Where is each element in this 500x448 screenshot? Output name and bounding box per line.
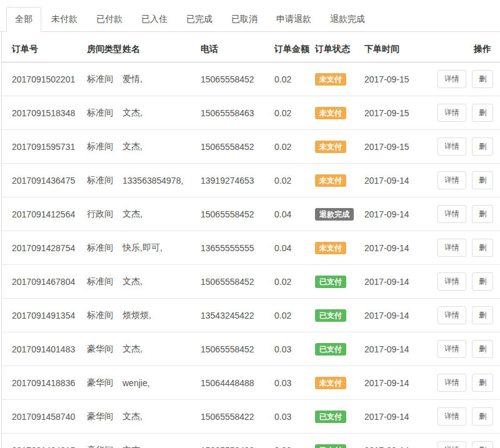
- table-row: 2017091401483豪华间文杰,150655584520.03已支付201…: [2, 332, 500, 366]
- actions-cell: 详情删: [427, 366, 500, 400]
- status-cell: 已支付: [310, 332, 359, 366]
- name-cell: 文杰,: [118, 130, 196, 164]
- table-row: 2017091458740豪华间文杰,150655584220.03已支付201…: [2, 400, 500, 434]
- phone-cell: 13919274653: [196, 164, 269, 197]
- delete-button[interactable]: 删: [472, 374, 493, 392]
- status-badge: 已支付: [315, 343, 346, 356]
- status-badge: 未支付: [315, 141, 346, 153]
- actions-cell: 详情删: [427, 265, 500, 299]
- phone-cell: 15065558452: [196, 130, 269, 164]
- delete-button[interactable]: 删: [472, 205, 493, 223]
- tab-已完成[interactable]: 已完成: [178, 7, 221, 32]
- detail-button[interactable]: 详情: [438, 374, 466, 392]
- room-type-cell: 标准间: [82, 231, 118, 265]
- status-cell: 已支付: [310, 299, 359, 332]
- delete-button[interactable]: 删: [472, 441, 493, 448]
- tab-未付款[interactable]: 未付款: [42, 7, 86, 32]
- tab-已取消[interactable]: 已取消: [222, 7, 266, 32]
- phone-cell: 15065558452: [196, 265, 269, 299]
- amount-cell: 0.02: [269, 62, 310, 96]
- amount-cell: 0.02: [269, 96, 310, 130]
- actions-cell: 详情删: [427, 434, 500, 448]
- name-cell: 文杰,: [118, 434, 196, 448]
- detail-button[interactable]: 详情: [438, 205, 466, 223]
- amount-cell: 0.03: [269, 400, 310, 434]
- delete-button[interactable]: 删: [472, 239, 493, 257]
- name-cell: 爱情,: [118, 62, 196, 96]
- column-header-4: 电话: [196, 37, 269, 62]
- tab-已付款[interactable]: 已付款: [88, 7, 131, 32]
- order-number-cell: 2017091436475: [2, 164, 82, 197]
- status-badge: 已支付: [315, 276, 346, 288]
- orders-table: 订单号房间类型姓名电话订单金额订单状态下单时间操作 2017091502201标…: [2, 37, 500, 448]
- detail-button[interactable]: 详情: [438, 137, 466, 156]
- tab-全部[interactable]: 全部: [6, 7, 41, 32]
- table-row: 2017091518348标准间文杰,150655584630.02未支付201…: [2, 96, 500, 130]
- status-badge: 退款完成: [315, 208, 354, 221]
- room-type-cell: 标准间: [82, 265, 118, 299]
- column-header-5: 订单金额: [269, 37, 310, 62]
- delete-button[interactable]: 删: [472, 137, 493, 156]
- order-number-cell: 2017091458740: [2, 400, 82, 434]
- room-type-cell: 行政间: [82, 197, 118, 231]
- column-header-6: 订单状态: [310, 37, 359, 62]
- delete-button[interactable]: 删: [472, 104, 493, 122]
- actions-cell: 详情删: [427, 62, 500, 96]
- order-number-cell: 2017091467804: [2, 265, 82, 299]
- delete-button[interactable]: 删: [472, 306, 493, 324]
- detail-button[interactable]: 详情: [438, 306, 466, 324]
- name-cell: 文杰,: [118, 400, 196, 434]
- order-time-cell: 2017-09-14: [359, 299, 427, 332]
- actions-cell: 详情删: [427, 96, 500, 130]
- amount-cell: 0.02: [269, 130, 310, 164]
- amount-cell: 0.02: [269, 164, 310, 197]
- name-cell: 文杰,: [118, 96, 196, 130]
- phone-cell: 13655555555: [196, 231, 269, 265]
- detail-button[interactable]: 详情: [438, 340, 466, 358]
- delete-button[interactable]: 删: [472, 272, 493, 291]
- room-type-cell: 标准间: [82, 299, 118, 332]
- name-cell: 文杰,: [118, 265, 196, 299]
- actions-cell: 详情删: [427, 299, 500, 332]
- status-cell: 退款完成: [310, 197, 359, 231]
- detail-button[interactable]: 详情: [438, 70, 466, 88]
- detail-button[interactable]: 详情: [438, 239, 466, 257]
- status-badge: 已支付: [315, 309, 346, 322]
- delete-button[interactable]: 删: [472, 340, 493, 358]
- amount-cell: 0.03: [269, 434, 310, 448]
- column-header-2: 房间类型: [82, 37, 118, 62]
- table-row: 2017091595731标准间文杰,150655584520.02未支付201…: [2, 130, 500, 164]
- delete-button[interactable]: 删: [472, 407, 493, 426]
- room-type-cell: 豪华间: [82, 400, 118, 434]
- order-number-cell: 2017091595731: [2, 130, 82, 164]
- table-row: 2017091436475标准间133563854978,13919274653…: [2, 164, 500, 197]
- actions-cell: 详情删: [427, 332, 500, 366]
- detail-button[interactable]: 详情: [438, 407, 466, 426]
- delete-button[interactable]: 删: [472, 171, 493, 189]
- name-cell: 快乐,即可,: [118, 231, 196, 265]
- status-cell: 未支付: [310, 62, 359, 96]
- status-badge: 未支付: [315, 107, 346, 119]
- tab-已入住[interactable]: 已入住: [132, 7, 176, 32]
- table-row: 2017091491354标准间烦烦烦,135432454220.02已支付20…: [2, 299, 500, 332]
- status-cell: 已支付: [310, 400, 359, 434]
- order-time-cell: 2017-09-14: [359, 197, 427, 231]
- status-cell: 未支付: [310, 164, 359, 197]
- order-number-cell: 2017091401483: [2, 332, 82, 366]
- tab-申请退款[interactable]: 申请退款: [268, 7, 320, 32]
- name-cell: 文杰,: [118, 197, 196, 231]
- detail-button[interactable]: 详情: [438, 171, 466, 189]
- order-time-cell: 2017-09-14: [359, 265, 427, 299]
- amount-cell: 0.04: [269, 197, 310, 231]
- order-number-cell: 2017091502201: [2, 62, 82, 96]
- tab-退款完成[interactable]: 退款完成: [321, 7, 374, 32]
- detail-button[interactable]: 详情: [438, 441, 466, 448]
- room-type-cell: 标准间: [82, 130, 118, 164]
- phone-cell: 15065558422: [196, 400, 269, 434]
- delete-button[interactable]: 删: [472, 70, 493, 88]
- actions-cell: 详情删: [427, 400, 500, 434]
- column-header-7: 下单时间: [359, 37, 427, 62]
- detail-button[interactable]: 详情: [438, 104, 466, 122]
- table-row: 2017091418836豪华间wenjie,150644484880.03未支…: [2, 366, 500, 400]
- detail-button[interactable]: 详情: [438, 272, 466, 291]
